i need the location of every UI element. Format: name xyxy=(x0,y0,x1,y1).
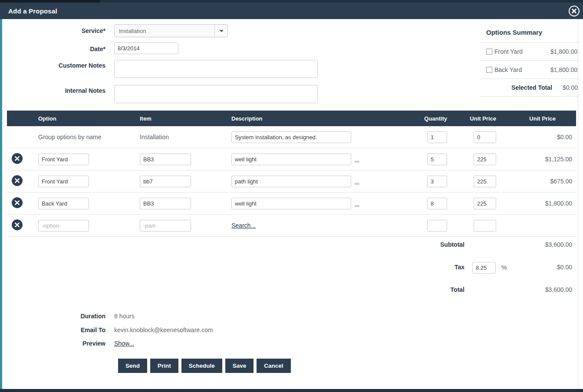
table-row: ... $1,125.00 xyxy=(7,148,576,170)
total-row: Total $3,600.00 xyxy=(0,284,583,297)
unit-price-input[interactable] xyxy=(474,154,496,165)
option-summary-amount: $1,800.00 xyxy=(550,66,578,73)
background-bottom-bar xyxy=(0,389,583,392)
group-unit-price-input[interactable] xyxy=(474,131,496,143)
description-column-header: Description xyxy=(224,115,355,122)
duration-label: Duration xyxy=(0,313,105,320)
delete-row-icon[interactable] xyxy=(12,219,23,230)
unit-price-column-header: Unit Price xyxy=(448,115,497,122)
row-amount: $1,125.00 xyxy=(497,156,576,163)
action-button-bar: Send Print Schedule Save Cancel xyxy=(118,359,291,373)
new-item-row: Search... xyxy=(7,215,576,237)
group-item-text: Installation xyxy=(133,134,224,140)
option-input[interactable] xyxy=(38,154,89,165)
group-description-input[interactable] xyxy=(231,131,351,143)
more-description-link[interactable]: ... xyxy=(355,200,359,207)
option-summary-row: Back Yard $1,800.00 xyxy=(481,60,578,78)
row-amount: $675.00 xyxy=(497,178,576,185)
customer-notes-textarea[interactable] xyxy=(114,60,318,78)
send-button[interactable]: Send xyxy=(118,359,147,373)
quantity-input[interactable] xyxy=(427,154,447,165)
group-option-text: Group options by name xyxy=(31,134,133,140)
service-dropdown-value: Installation xyxy=(115,28,214,34)
date-label: Date* xyxy=(0,46,105,52)
modal-right-border xyxy=(578,19,578,389)
tax-percent-sign: % xyxy=(501,264,507,271)
quantity-input[interactable] xyxy=(427,176,447,187)
modal-header: Add a Proposal xyxy=(0,3,583,19)
more-description-link[interactable]: ... xyxy=(355,156,359,163)
preview-show-link[interactable]: Show... xyxy=(114,340,134,347)
date-input[interactable] xyxy=(114,42,178,54)
new-unit-price-input[interactable] xyxy=(474,220,496,232)
line-items-table: Option Item Description Quantity Unit Pr… xyxy=(7,111,576,237)
item-column-header: Item xyxy=(133,115,224,122)
group-quantity-input[interactable] xyxy=(427,131,447,143)
new-part-input[interactable] xyxy=(140,220,191,232)
options-summary-title: Options Summary xyxy=(481,26,578,42)
new-option-input[interactable] xyxy=(38,220,89,232)
group-amount: $0.00 xyxy=(497,134,576,140)
subtotal-amount: $3,600.00 xyxy=(545,241,572,248)
close-icon[interactable] xyxy=(568,5,580,17)
unit-price-input[interactable] xyxy=(474,198,496,209)
cancel-button[interactable]: Cancel xyxy=(257,359,290,373)
group-row: Group options by name Installation $0.00 xyxy=(7,126,576,148)
quantity-column-header: Quantity xyxy=(374,115,448,122)
preview-label: Preview xyxy=(0,340,105,347)
selected-total-row: Selected Total $0.00 xyxy=(481,78,578,97)
print-button[interactable]: Print xyxy=(150,359,178,373)
amount-column-header: Unit Price xyxy=(497,115,576,122)
option-column-header: Option xyxy=(31,115,133,122)
email-to-value: kevin.knoblock@keenesoftware.com xyxy=(114,327,213,333)
tax-row: Tax % $0.00 xyxy=(0,262,583,275)
table-header-row: Option Item Description Quantity Unit Pr… xyxy=(7,111,576,126)
unit-price-input[interactable] xyxy=(474,176,496,187)
quantity-input[interactable] xyxy=(427,198,447,209)
delete-row-icon[interactable] xyxy=(12,153,23,164)
internal-notes-label: Internal Notes xyxy=(0,87,105,94)
delete-row-icon[interactable] xyxy=(12,197,23,208)
item-input[interactable] xyxy=(140,154,191,165)
subtotal-row: Subtotal $3,600.00 xyxy=(0,239,583,252)
tax-amount: $0.00 xyxy=(557,264,572,271)
service-dropdown[interactable]: Installation xyxy=(114,24,228,37)
dropdown-arrow-button[interactable] xyxy=(214,25,227,37)
email-to-label: Email To xyxy=(0,327,105,333)
description-input[interactable] xyxy=(231,154,351,165)
more-description-link[interactable]: ... xyxy=(355,178,359,185)
duration-value: 8 hours xyxy=(114,313,135,320)
service-label: Service* xyxy=(0,27,105,34)
item-input[interactable] xyxy=(140,198,191,209)
option-summary-label: Front Yard xyxy=(494,48,523,55)
selected-total-label: Selected Total xyxy=(511,84,552,91)
option-summary-row: Front Yard $1,800.00 xyxy=(481,42,578,60)
tax-label: Tax xyxy=(455,264,464,271)
chevron-down-icon xyxy=(219,30,224,32)
option-input[interactable] xyxy=(38,198,89,209)
schedule-button[interactable]: Schedule xyxy=(181,359,222,373)
tax-rate-input[interactable] xyxy=(472,262,496,274)
internal-notes-textarea[interactable] xyxy=(114,85,318,103)
front-yard-checkbox[interactable] xyxy=(486,49,492,55)
option-input[interactable] xyxy=(38,176,89,187)
save-button[interactable]: Save xyxy=(225,359,254,373)
row-amount: $1,800.00 xyxy=(497,200,576,207)
description-input[interactable] xyxy=(231,176,351,187)
item-input[interactable] xyxy=(140,176,191,187)
new-quantity-input[interactable] xyxy=(427,220,447,232)
options-summary-panel: Options Summary Front Yard $1,800.00 Bac… xyxy=(481,26,578,97)
customer-notes-label: Customer Notes xyxy=(0,62,105,69)
selected-total-value: $0.00 xyxy=(563,84,578,91)
total-amount: $3,600.00 xyxy=(545,286,572,293)
search-part-link[interactable]: Search... xyxy=(224,222,256,229)
table-row: ... $1,800.00 xyxy=(7,193,576,215)
table-row: ... $675.00 xyxy=(7,170,576,193)
delete-row-icon[interactable] xyxy=(12,175,23,186)
option-summary-label: Back Yard xyxy=(494,66,522,73)
option-summary-amount: $1,800.00 xyxy=(550,48,578,55)
subtotal-label: Subtotal xyxy=(440,241,464,248)
back-yard-checkbox[interactable] xyxy=(486,67,492,73)
description-input[interactable] xyxy=(231,198,351,209)
total-label: Total xyxy=(451,286,464,293)
